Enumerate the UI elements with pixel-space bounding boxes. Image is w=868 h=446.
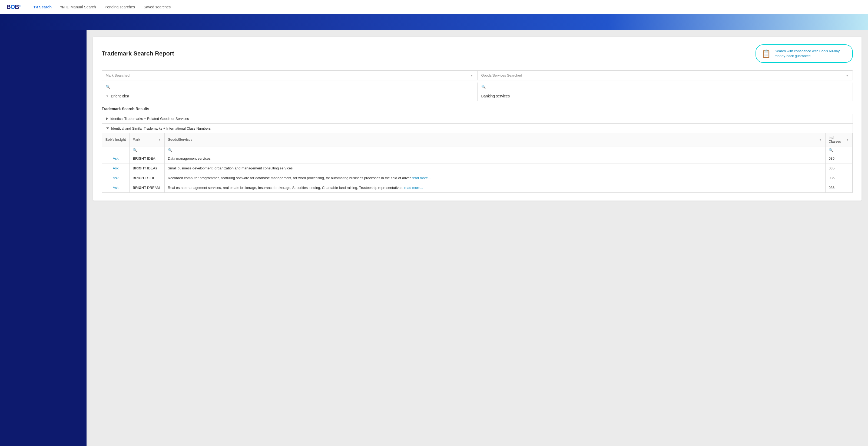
mark-cell-2: BRIGHT IDEAs bbox=[129, 163, 164, 173]
main-content: Trademark Search Report 📋 Search with co… bbox=[87, 30, 868, 446]
search-col-goods: 🔍 bbox=[477, 83, 853, 91]
search-input-mark[interactable] bbox=[112, 85, 473, 89]
filter-row: Mark Searched ▼ Goods/Services Searched … bbox=[102, 70, 853, 80]
results-group: Identical Trademarks + Related Goods or … bbox=[102, 114, 853, 193]
table-row: Ask BRIGHT IDEAs Small business developm… bbox=[102, 163, 852, 173]
funnel-mark-icon[interactable]: ▼ bbox=[158, 138, 161, 141]
mark-bold-1: BRIGHT bbox=[133, 156, 146, 160]
mark-rest-2: IDEAs bbox=[146, 166, 157, 170]
triangle-down-icon bbox=[106, 127, 109, 129]
mark-cell-3: BRIGHT SIDE bbox=[129, 173, 164, 183]
intl-cell-4: 036 bbox=[825, 183, 852, 193]
report-card: Trademark Search Report 📋 Search with co… bbox=[93, 37, 862, 201]
search-cell-intl: 🔍 bbox=[825, 146, 852, 154]
intl-cell-1: 035 bbox=[825, 154, 852, 163]
funnel-intl-icon[interactable]: ▼ bbox=[846, 138, 849, 141]
group2-row[interactable]: Identical and Similar Trademarks + Inter… bbox=[102, 124, 852, 133]
th-insight: Bob's Insight bbox=[102, 133, 129, 146]
intl-cell-2: 035 bbox=[825, 163, 852, 173]
search-row: 🔍 🔍 bbox=[102, 83, 853, 91]
search-cell-mark: 🔍 bbox=[129, 146, 164, 154]
goods-cell-4: Real estate management services, real es… bbox=[164, 183, 825, 193]
mark-bold-4: BRIGHT bbox=[133, 186, 146, 190]
goods-value: Banking services bbox=[481, 94, 510, 98]
nav-tm-id-manual[interactable]: TM ID Manual Search bbox=[60, 5, 96, 9]
report-header: Trademark Search Report 📋 Search with co… bbox=[102, 44, 853, 63]
table-header-row: Bob's Insight Mark ▼ bbox=[102, 133, 852, 146]
group1-label: Identical Trademarks + Related Goods or … bbox=[110, 117, 189, 121]
guarantee-box: 📋 Search with confidence with Bob's 60-d… bbox=[755, 44, 853, 63]
results-table: Bob's Insight Mark ▼ bbox=[102, 133, 852, 192]
read-more-link-4[interactable]: read more... bbox=[404, 186, 423, 190]
search-icon-table-intl: 🔍 bbox=[829, 148, 833, 152]
group1-row[interactable]: Identical Trademarks + Related Goods or … bbox=[102, 114, 852, 124]
page-body: Trademark Search Report 📋 Search with co… bbox=[0, 30, 868, 446]
mark-cell-1: BRIGHT IDEA bbox=[129, 154, 164, 163]
goods-text-1: Data management services bbox=[168, 156, 211, 160]
triangle-right-icon bbox=[106, 117, 108, 120]
table-row: Ask BRIGHT SIDE Recorded computer progra… bbox=[102, 173, 852, 183]
insight-cell-4: Ask bbox=[102, 183, 129, 193]
goods-text-2: Small business development, organization… bbox=[168, 166, 293, 170]
intl-cell-3: 035 bbox=[825, 173, 852, 183]
chevron-down-icon[interactable]: ▼ bbox=[106, 94, 109, 98]
filter-funnel-mark[interactable]: ▼ bbox=[470, 73, 473, 78]
data-col-mark: ▼ Bright Idea bbox=[102, 91, 477, 101]
logo: BOB ® bbox=[6, 3, 21, 10]
search-icon-goods: 🔍 bbox=[481, 85, 486, 89]
nav-saved-searches[interactable]: Saved searches bbox=[144, 5, 170, 9]
report-title: Trademark Search Report bbox=[102, 50, 174, 57]
mark-rest-3: SIDE bbox=[146, 176, 155, 180]
ask-link-4[interactable]: Ask bbox=[113, 186, 119, 190]
goods-text-3: Recorded computer programmes, featuring … bbox=[168, 176, 411, 180]
search-col-mark: 🔍 bbox=[102, 83, 477, 91]
hero-band bbox=[0, 14, 868, 30]
search-icon-table-mark: 🔍 bbox=[133, 148, 137, 152]
insight-cell-2: Ask bbox=[102, 163, 129, 173]
goods-text-4: Real estate management services, real es… bbox=[168, 186, 403, 190]
data-col-goods: Banking services bbox=[477, 91, 853, 101]
table-search-row: 🔍 🔍 🔍 bbox=[102, 146, 852, 154]
goods-cell-3: Recorded computer programmes, featuring … bbox=[164, 173, 825, 183]
th-goods: Goods/Services ▼ bbox=[164, 133, 825, 146]
insight-cell-1: Ask bbox=[102, 154, 129, 163]
search-icon-table-goods: 🔍 bbox=[168, 148, 172, 152]
table-row: Ask BRIGHT IDEA Data management services bbox=[102, 154, 852, 163]
table-row: Ask BRIGHT DREAM Real estate management … bbox=[102, 183, 852, 193]
ask-link-3[interactable]: Ask bbox=[113, 176, 119, 180]
group2-label: Identical and Similar Trademarks + Inter… bbox=[111, 126, 211, 130]
goods-cell-2: Small business development, organization… bbox=[164, 163, 825, 173]
inner-table-wrapper: Bob's Insight Mark ▼ bbox=[102, 133, 852, 193]
left-panel bbox=[0, 30, 87, 446]
search-cell-goods: 🔍 bbox=[164, 146, 825, 154]
mark-bold-2: BRIGHT bbox=[133, 166, 146, 170]
filter-label-mark: Mark Searched bbox=[106, 73, 129, 78]
goods-cell-1: Data management services bbox=[164, 154, 825, 163]
search-input-goods[interactable] bbox=[487, 85, 849, 89]
search-icon-mark: 🔍 bbox=[106, 85, 110, 89]
filter-funnel-goods[interactable]: ▼ bbox=[845, 73, 849, 78]
mark-rest-1: IDEA bbox=[146, 156, 155, 160]
filter-col-goods: Goods/Services Searched ▼ bbox=[477, 71, 853, 80]
mark-bold-3: BRIGHT bbox=[133, 176, 146, 180]
th-mark: Mark ▼ bbox=[129, 133, 164, 146]
filter-col-mark: Mark Searched ▼ bbox=[102, 71, 477, 80]
filter-label-goods: Goods/Services Searched bbox=[481, 73, 522, 78]
ask-link-1[interactable]: Ask bbox=[113, 156, 119, 160]
insight-cell-3: Ask bbox=[102, 173, 129, 183]
mark-value: Bright Idea bbox=[111, 94, 129, 98]
read-more-link-3[interactable]: read more... bbox=[412, 176, 431, 180]
mark-rest-4: DREAM bbox=[146, 186, 160, 190]
th-intl: Int'l Classes ▼ bbox=[825, 133, 852, 146]
navbar: BOB ® TM Search TM ID Manual Search Pend… bbox=[0, 0, 868, 14]
data-row: ▼ Bright Idea Banking services bbox=[102, 91, 853, 101]
nav-tm-search[interactable]: TM Search bbox=[34, 5, 52, 9]
funnel-goods-icon[interactable]: ▼ bbox=[819, 138, 822, 141]
results-section: Trademark Search Results Identical Trade… bbox=[102, 107, 853, 193]
guarantee-text: Search with confidence with Bob's 60-day… bbox=[775, 49, 847, 58]
ask-link-2[interactable]: Ask bbox=[113, 166, 119, 170]
nav-pending-searches[interactable]: Pending searches bbox=[105, 5, 135, 9]
guarantee-icon: 📋 bbox=[762, 49, 771, 58]
search-cell-insight bbox=[102, 146, 129, 154]
results-title: Trademark Search Results bbox=[102, 107, 853, 111]
